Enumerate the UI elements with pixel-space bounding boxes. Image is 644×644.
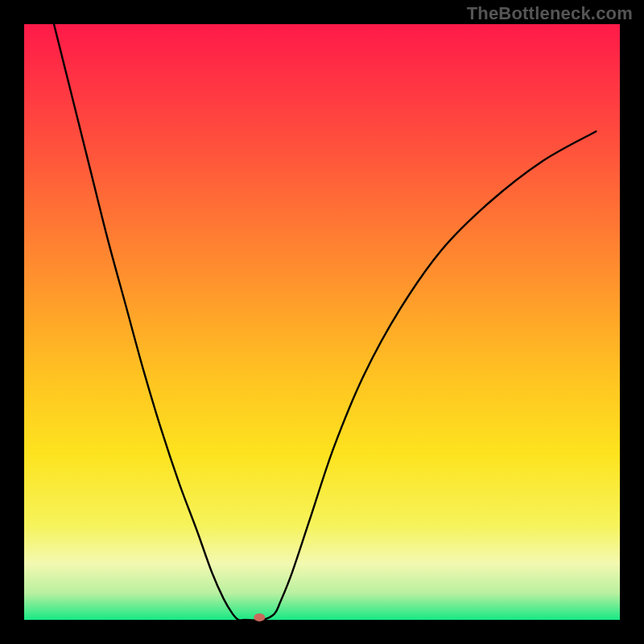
plot-background [24, 24, 620, 620]
chart-stage: TheBottleneck.com [0, 0, 644, 644]
optimum-marker [254, 613, 265, 621]
bottleneck-chart [0, 0, 644, 644]
